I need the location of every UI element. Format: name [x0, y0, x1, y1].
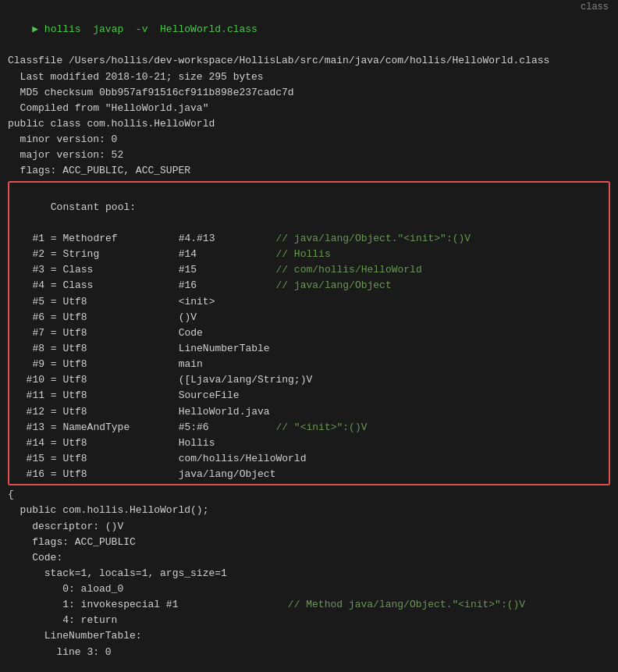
flags-line: flags: ACC_PUBLIC, ACC_SUPER: [8, 163, 610, 179]
after-pool-10: line 3: 0: [8, 645, 610, 660]
after-pool-7: 1: invokespecial #1 // Method java/lang/…: [8, 597, 610, 613]
after-pool-5: stack=1, locals=1, args_size=1: [8, 566, 610, 581]
constant-pool-section: Constant pool: #1 = Methodref #4.#13 // …: [8, 181, 610, 486]
after-pool-8: 4: return: [8, 613, 610, 628]
after-pool-11: [8, 660, 610, 672]
constant-pool-header: Constant pool:: [14, 184, 604, 231]
cp-entry-10: #10 = Utf8 ([Ljava/lang/String;)V: [14, 372, 604, 388]
cp-entry-8: #8 = Utf8 LineNumberTable: [14, 341, 604, 357]
class-decl-line: public class com.hollis.HelloWorld: [8, 116, 610, 132]
compiled-line: Compiled from "HelloWorld.java": [8, 101, 610, 116]
cp-entry-12: #12 = Utf8 HelloWorld.java: [14, 404, 604, 420]
terminal-window: class ▶ hollis javap -v HelloWorld.class…: [0, 0, 618, 672]
cp-entry-9: #9 = Utf8 main: [14, 357, 604, 372]
after-pool-9: LineNumberTable:: [8, 628, 610, 644]
after-pool-3: flags: ACC_PUBLIC: [8, 535, 610, 550]
cp-entry-1: #1 = Methodref #4.#13 // java/lang/Objec…: [14, 231, 604, 247]
cp-entry-7: #7 = Utf8 Code: [14, 325, 604, 341]
cp-entry-15: #15 = Utf8 com/hollis/HelloWorld: [14, 451, 604, 467]
cp-entry-16: #16 = Utf8 java/lang/Object: [14, 467, 604, 482]
classfile-line: Classfile /Users/hollis/dev-workspace/Ho…: [8, 53, 610, 69]
after-pool-6: 0: aload_0: [8, 581, 610, 597]
cp-entry-14: #14 = Utf8 Hollis: [14, 436, 604, 451]
after-pool-2: descriptor: ()V: [8, 519, 610, 535]
cp-entry-6: #6 = Utf8 ()V: [14, 310, 604, 325]
cp-entry-3: #3 = Class #15 // com/hollis/HelloWorld: [14, 262, 604, 278]
minor-version-line: minor version: 0: [8, 132, 610, 148]
cp-entry-11: #11 = Utf8 SourceFile: [14, 388, 604, 404]
cp-entry-4: #4 = Class #16 // java/lang/Object: [14, 278, 604, 293]
major-version-line: major version: 52: [8, 148, 610, 163]
command-prompt: ▶ hollis javap -v HelloWorld.class: [32, 23, 258, 35]
cp-entry-13: #13 = NameAndType #5:#6 // "<init>":()V: [14, 420, 604, 436]
after-pool-4: Code:: [8, 550, 610, 566]
cp-entry-5: #5 = Utf8 <init>: [14, 294, 604, 310]
modified-line: Last modified 2018-10-21; size 295 bytes: [8, 69, 610, 85]
cp-entry-2: #2 = String #14 // Hollis: [14, 247, 604, 262]
after-pool-0: {: [8, 487, 610, 503]
top-label: class: [581, 2, 609, 12]
after-pool-1: public com.hollis.HelloWorld();: [8, 503, 610, 518]
md5-line: MD5 checksum 0bb957af91516cf911b898e237c…: [8, 85, 610, 101]
command-line: ▶ hollis javap -v HelloWorld.class: [8, 6, 610, 53]
